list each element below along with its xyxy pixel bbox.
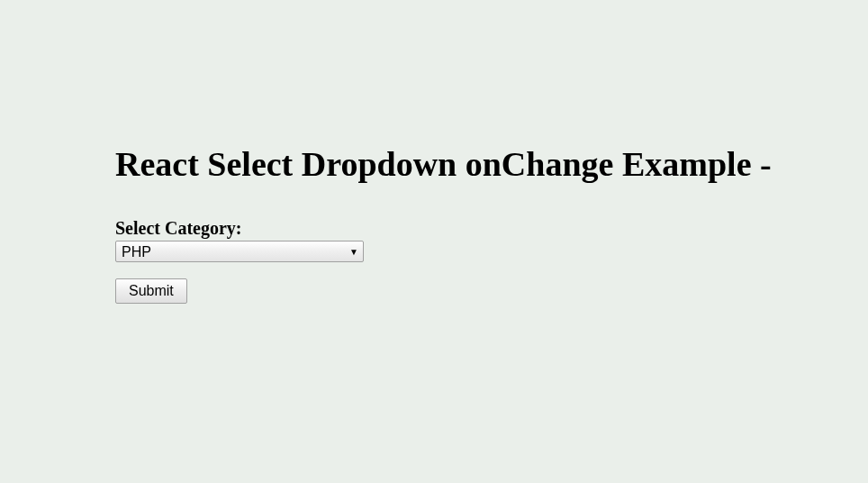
category-select[interactable]: PHP [115, 241, 364, 262]
content-container: React Select Dropdown onChange Example -… [0, 0, 868, 304]
category-label: Select Category: [115, 218, 868, 239]
category-select-wrapper: PHP ▼ [115, 241, 364, 262]
page-title: React Select Dropdown onChange Example - [115, 144, 868, 184]
submit-button[interactable]: Submit [115, 278, 187, 304]
